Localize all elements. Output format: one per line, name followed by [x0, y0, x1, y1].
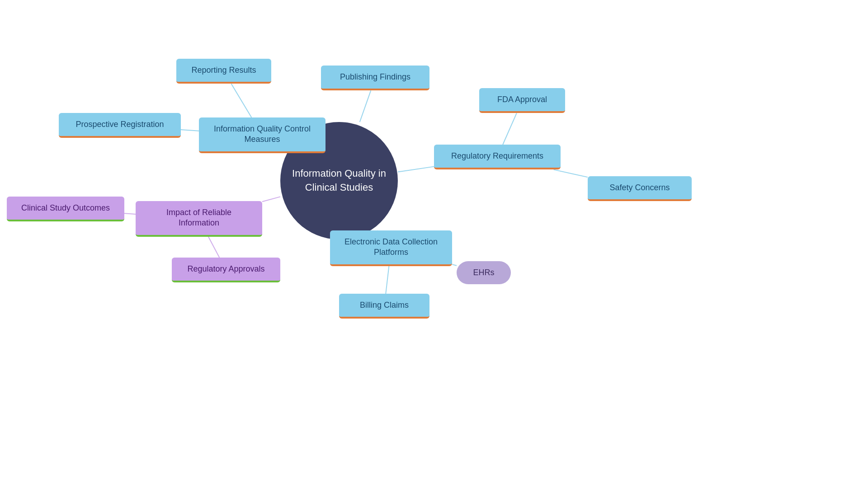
svg-line-4	[398, 167, 434, 172]
svg-line-5	[503, 113, 517, 145]
node-info-quality[interactable]: Information Quality Control Measures	[199, 117, 326, 153]
node-label: EHRs	[473, 268, 494, 277]
node-safety[interactable]: Safety Concerns	[588, 176, 692, 201]
node-reporting-results[interactable]: Reporting Results	[176, 59, 271, 84]
center-label: Information Quality in Clinical Studies	[289, 167, 389, 195]
svg-line-3	[360, 90, 371, 122]
node-label: Billing Claims	[360, 300, 409, 310]
node-label: Publishing Findings	[340, 72, 410, 81]
svg-line-10	[262, 197, 280, 202]
svg-line-12	[208, 237, 219, 258]
node-label: Regulatory Requirements	[451, 151, 543, 160]
node-label: Information Quality Control Measures	[214, 124, 311, 144]
node-impact[interactable]: Impact of Reliable Information	[136, 201, 262, 237]
svg-line-6	[554, 169, 588, 177]
node-fda[interactable]: FDA Approval	[479, 88, 565, 113]
node-publishing[interactable]: Publishing Findings	[321, 66, 429, 90]
node-label: Clinical Study Outcomes	[21, 203, 110, 212]
node-billing[interactable]: Billing Claims	[339, 294, 429, 319]
node-regulatory-app[interactable]: Regulatory Approvals	[172, 258, 280, 282]
svg-line-9	[452, 264, 457, 266]
node-label: Reporting Results	[191, 66, 256, 75]
node-prospective[interactable]: Prospective Registration	[59, 113, 181, 138]
node-clinical[interactable]: Clinical Study Outcomes	[7, 197, 124, 221]
node-label: Safety Concerns	[609, 183, 670, 192]
node-label: Electronic Data Collection Platforms	[344, 237, 438, 257]
node-label: Prospective Registration	[75, 120, 164, 129]
node-electronic[interactable]: Electronic Data Collection Platforms	[330, 230, 452, 266]
svg-line-11	[124, 213, 136, 214]
node-label: Impact of Reliable Information	[166, 208, 231, 227]
svg-line-1	[231, 84, 252, 117]
node-ehrs[interactable]: EHRs	[457, 261, 511, 284]
node-label: Regulatory Approvals	[187, 264, 264, 273]
svg-line-2	[181, 130, 199, 131]
node-regulatory-req[interactable]: Regulatory Requirements	[434, 145, 561, 169]
node-label: FDA Approval	[497, 95, 547, 104]
svg-line-8	[386, 266, 389, 294]
